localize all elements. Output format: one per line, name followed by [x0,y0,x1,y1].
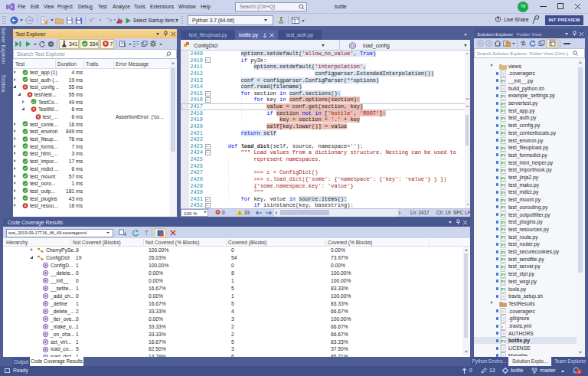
svg-text:Y: Y [501,325,503,329]
